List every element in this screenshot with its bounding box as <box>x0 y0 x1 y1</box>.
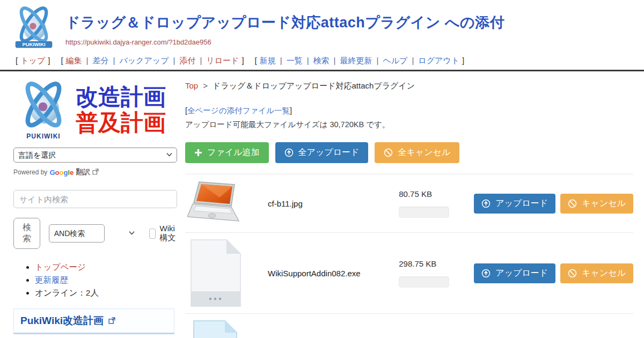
top-navbar: [トップ][編集|差分|バックアップ|添付|リロード][新規|一覧|検索|最終更… <box>0 53 644 70</box>
file-row: contents.html 60.78 KB アップロード キャンセル <box>185 313 633 338</box>
wiki-syntax-checkbox[interactable] <box>149 229 155 239</box>
file-thumbnail-code <box>185 320 245 338</box>
list-item: 更新履歴 <box>35 275 177 286</box>
nav-item-recent[interactable]: 最終更新 <box>340 56 372 65</box>
nav-item-attach[interactable]: 添付 <box>179 56 195 65</box>
breadcrumb: Top>ドラッグ＆ドロップアップロード対応attachプラグイン <box>185 78 633 91</box>
atom-logo-icon <box>16 80 71 134</box>
generic-file-icon <box>189 239 241 307</box>
google-logo-text: Google <box>49 168 74 177</box>
breadcrumb-home-link[interactable]: Top <box>185 81 198 90</box>
nav-bracket: [ <box>61 56 63 65</box>
nav-bracket: [ <box>16 56 18 65</box>
nav-item-logout[interactable]: ログアウト <box>418 56 459 65</box>
search-mode-select[interactable]: AND検索 <box>49 224 105 243</box>
page-title: ドラッグ＆ドロップアップロード対応attachプラグイン への添付 <box>65 13 504 32</box>
progress-bar <box>399 207 449 218</box>
nav-item-help[interactable]: ヘルプ <box>383 56 407 65</box>
sidebar-section-heading[interactable]: PukiWiki改造計画 <box>13 308 174 334</box>
progress-bar <box>399 276 449 288</box>
chevron-down-icon <box>129 231 135 235</box>
nav-bracket: ] <box>462 56 464 65</box>
nav-item-reload[interactable]: リロード <box>206 56 239 65</box>
pukiwiki-logo[interactable]: PUKIWIKI <box>12 4 56 53</box>
cancel-all-button[interactable]: 全キャンセル <box>375 142 459 163</box>
list-item: オンライン：2人 <box>35 288 177 299</box>
search-button[interactable]: 検索 <box>13 218 40 249</box>
file-size: 80.75 KB <box>399 189 464 199</box>
code-file-icon <box>192 320 239 338</box>
external-link-icon <box>108 315 115 327</box>
upload-button[interactable]: アップロード <box>474 263 555 283</box>
add-file-button[interactable]: ファイル追加 <box>185 142 269 163</box>
nav-bracket: ] <box>241 56 244 65</box>
upload-toolbar: ファイル追加 全アップロード 全キャンセル <box>185 142 633 163</box>
all-attachments-link[interactable]: 全ページの添付ファイル一覧 <box>187 106 290 115</box>
logo-text-fukyuu: 普及計画 <box>76 110 166 136</box>
sidebar-top-links: トップページ 更新履歴 オンライン：2人 <box>13 262 177 299</box>
site-search-input[interactable] <box>13 190 177 208</box>
file-name: cf-b11.jpg <box>268 199 399 208</box>
file-thumbnail-laptop <box>185 180 245 226</box>
cancel-button[interactable]: キャンセル <box>560 194 633 214</box>
breadcrumb-current: ドラッグ＆ドロップアップロード対応attachプラグイン <box>213 81 415 90</box>
nav-item-new[interactable]: 新規 <box>260 56 276 65</box>
language-select[interactable]: 言語を選択 <box>13 148 177 163</box>
wiki-syntax-label: Wiki構文 <box>160 224 177 243</box>
sidebar-link-history[interactable]: 更新履歴 <box>35 275 68 284</box>
external-link-icon <box>92 168 99 177</box>
nav-item-search[interactable]: 検索 <box>313 56 330 65</box>
main-content: Top>ドラッグ＆ドロップアップロード対応attachプラグイン [全ページの添… <box>177 71 644 338</box>
attachments-list-line: [全ページの添付ファイル一覧] <box>185 106 633 116</box>
max-filesize-text: アップロード可能最大ファイルサイズは 30,720KB です。 <box>185 120 633 130</box>
plus-icon <box>194 149 202 157</box>
upload-circle-icon <box>481 199 491 208</box>
page-url: https://pukiwiki.dajya-ranger.com/?1bd2d… <box>65 38 504 46</box>
sidebar-link-toppage[interactable]: トップページ <box>35 262 86 271</box>
file-size: 298.75 KB <box>399 259 464 268</box>
file-upload-list: cf-b11.jpg 80.75 KB アップロード キャンセル <box>185 174 633 338</box>
upload-circle-icon <box>284 148 294 157</box>
cancel-button[interactable]: キャンセル <box>560 263 633 283</box>
nav-item-backup[interactable]: バックアップ <box>119 56 169 65</box>
translate-link[interactable]: 翻訳 <box>76 167 90 177</box>
sidebar-logo[interactable]: PUKIWIKI 改造計画 普及計画 <box>13 80 177 140</box>
google-translate-credit: Powered by Google 翻訳 <box>13 167 177 177</box>
ban-icon <box>384 148 393 157</box>
nav-item-edit[interactable]: 編集 <box>66 56 82 65</box>
list-item: トップページ <box>35 262 177 273</box>
laptop-photo-icon <box>187 180 243 226</box>
upload-circle-icon <box>481 269 491 278</box>
logo-text-kaizou: 改造計画 <box>76 84 166 110</box>
file-thumbnail-generic <box>185 239 245 307</box>
nav-bracket: [ <box>255 56 257 65</box>
online-count: オンライン：2人 <box>35 288 99 297</box>
nav-bracket: ] <box>48 56 50 65</box>
nav-item-top[interactable]: トップ <box>20 56 45 65</box>
file-row: cf-b11.jpg 80.75 KB アップロード キャンセル <box>185 174 633 232</box>
pukiwiki-brand-label: PUKIWIKI <box>13 133 74 140</box>
sidebar: PUKIWIKI 改造計画 普及計画 言語を選択 Powered by Goog… <box>0 71 177 338</box>
nav-item-list[interactable]: 一覧 <box>287 56 303 65</box>
upload-all-button[interactable]: 全アップロード <box>275 142 369 163</box>
file-row: WikiSupportAddin082.exe 298.75 KB アップロード… <box>185 232 633 313</box>
ban-icon <box>568 199 577 208</box>
svg-text:PUKIWIKI: PUKIWIKI <box>22 42 45 47</box>
ban-icon <box>568 269 577 278</box>
upload-button[interactable]: アップロード <box>474 194 555 214</box>
atom-logo-icon: PUKIWIKI <box>13 4 55 50</box>
nav-item-diff[interactable]: 差分 <box>92 56 108 65</box>
page-header: PUKIWIKI ドラッグ＆ドロップアップロード対応attachプラグイン への… <box>0 0 644 53</box>
file-name: WikiSupportAddin082.exe <box>268 269 399 278</box>
